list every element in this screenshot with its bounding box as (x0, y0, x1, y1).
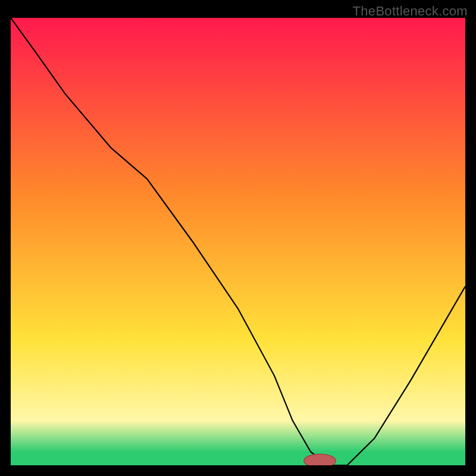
plot-area (11, 18, 465, 465)
outer-frame: TheBottleneck.com (0, 0, 476, 476)
optimal-point-marker (304, 454, 336, 465)
gradient-background (11, 18, 465, 465)
chart-svg (11, 18, 465, 465)
watermark-text: TheBottleneck.com (353, 4, 468, 19)
